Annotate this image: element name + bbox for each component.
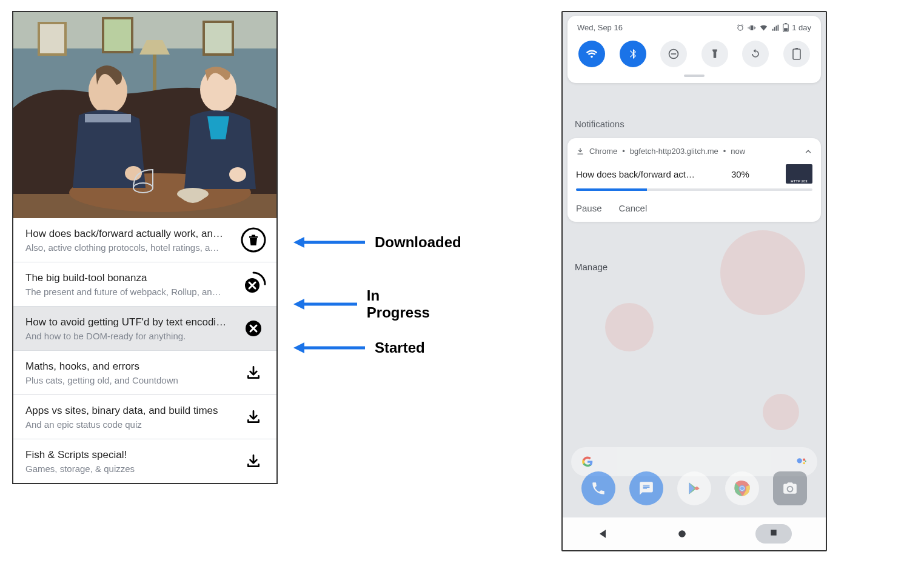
hero-image: [13, 12, 276, 218]
download-button[interactable]: [240, 404, 267, 430]
annotation-in-progress: In Progress: [293, 287, 438, 321]
chevron-up-icon[interactable]: [804, 147, 812, 156]
notification-time: now: [731, 147, 745, 156]
episode-row[interactable]: Fish & Scripts special! Games, storage, …: [13, 439, 276, 483]
episode-row[interactable]: How to avoid getting UTF'd by text encod…: [13, 306, 276, 350]
bluetooth-toggle[interactable]: [620, 41, 646, 67]
svg-rect-43: [749, 26, 750, 29]
flashlight-toggle[interactable]: [701, 41, 728, 67]
phone-app-icon[interactable]: [581, 471, 615, 505]
battery-icon: [783, 23, 789, 32]
svg-point-29: [720, 230, 805, 315]
nav-recent-button[interactable]: [755, 524, 792, 544]
nav-back-icon[interactable]: [597, 528, 609, 540]
wifi-icon: [585, 47, 598, 61]
svg-rect-18: [249, 236, 258, 238]
notification-percent: 30%: [731, 169, 749, 179]
svg-marker-23: [293, 237, 304, 248]
alarm-icon: [736, 24, 745, 32]
svg-point-30: [763, 394, 799, 430]
svg-rect-49: [784, 28, 788, 31]
svg-rect-5: [204, 22, 233, 55]
wifi-toggle[interactable]: [578, 41, 605, 67]
messages-app-icon[interactable]: [629, 471, 663, 505]
app-dock: [563, 464, 826, 513]
dot-separator: •: [723, 147, 726, 156]
episode-subtitle: And how to be DOM-ready for anything.: [25, 331, 233, 341]
dnd-toggle[interactable]: [660, 41, 687, 67]
notification-source: bgfetch-http203.glitch.me: [630, 147, 718, 156]
vibrate-icon: [748, 24, 756, 32]
manage-notifications-button[interactable]: Manage: [575, 262, 608, 272]
rotate-icon: [749, 48, 762, 60]
episode-row[interactable]: Maths, hooks, and errors Plus cats, gett…: [13, 350, 276, 394]
cancel-download-button[interactable]: [240, 315, 267, 342]
flashlight-icon: [709, 48, 720, 59]
svg-point-32: [803, 459, 805, 461]
cancel-button[interactable]: Cancel: [619, 203, 648, 213]
episode-row[interactable]: The big build-tool bonanza The present a…: [13, 262, 276, 306]
svg-rect-44: [754, 26, 755, 29]
episode-text: Maths, hooks, and errors Plus cats, gett…: [25, 361, 233, 385]
notification-thumbnail: HTTP 203: [786, 164, 812, 184]
svg-rect-42: [751, 25, 754, 30]
phone-background: [563, 12, 826, 550]
nav-recent-icon: [769, 528, 778, 537]
trash-circle-icon: [241, 227, 266, 253]
episode-subtitle: Plus cats, getting old, and Countdown: [25, 375, 233, 385]
delete-download-button[interactable]: [240, 227, 267, 253]
download-icon: [246, 365, 261, 381]
bluetooth-icon: [627, 48, 639, 60]
status-icons: 1 day: [736, 23, 811, 32]
svg-rect-46: [755, 27, 756, 28]
episode-row[interactable]: Apps vs sites, binary data, and build ti…: [13, 394, 276, 439]
dnd-icon: [668, 48, 680, 60]
quick-settings-panel: Wed, Sep 16 1 day: [567, 16, 821, 83]
episode-text: How does back/forward actually work, an……: [25, 228, 233, 253]
episode-subtitle: And an epic status code quiz: [25, 419, 233, 430]
phone-mockup: Wed, Sep 16 1 day: [561, 11, 827, 551]
svg-rect-3: [39, 23, 65, 55]
episode-title: How does back/forward actually work, an…: [25, 228, 233, 240]
notification-app: Chrome: [589, 147, 617, 156]
arrow-left-icon: [293, 297, 357, 311]
download-icon: [576, 147, 584, 156]
svg-point-15: [229, 167, 246, 182]
download-button[interactable]: [240, 448, 267, 474]
svg-rect-53: [793, 49, 800, 59]
chrome-app-icon[interactable]: [725, 471, 759, 505]
svg-rect-19: [252, 235, 255, 237]
svg-point-31: [797, 458, 802, 463]
episode-title: The big build-tool bonanza: [25, 272, 233, 284]
arrow-left-icon: [293, 341, 365, 355]
nav-home-icon[interactable]: [676, 528, 688, 540]
episode-row[interactable]: How does back/forward actually work, an……: [13, 218, 276, 262]
shade-handle[interactable]: [684, 75, 705, 77]
svg-point-50: [591, 56, 593, 58]
episode-subtitle: Also, active clothing protocols, hotel r…: [25, 242, 233, 253]
pause-button[interactable]: Pause: [576, 203, 602, 213]
download-button[interactable]: [240, 359, 267, 386]
battery-label: 1 day: [792, 23, 811, 32]
svg-rect-52: [671, 53, 676, 55]
svg-point-40: [678, 530, 686, 537]
episode-title: Apps vs sites, binary data, and build ti…: [25, 405, 233, 417]
episode-text: Apps vs sites, binary data, and build ti…: [25, 405, 233, 430]
episode-list-panel: How does back/forward actually work, an……: [12, 11, 278, 484]
episode-title: Maths, hooks, and errors: [25, 361, 233, 373]
svg-marker-14: [207, 116, 229, 139]
svg-point-13: [200, 68, 236, 111]
episode-text: Fish & Scripts special! Games, storage, …: [25, 449, 233, 474]
notification-card[interactable]: Chrome • bgfetch-http203.glitch.me • now…: [567, 138, 821, 222]
camera-app-icon[interactable]: [773, 471, 807, 505]
notification-title: How does back/forward act…: [576, 169, 695, 179]
svg-point-38: [740, 487, 744, 490]
svg-point-28: [605, 303, 654, 351]
progress-cancel-icon: [241, 271, 266, 297]
play-store-app-icon[interactable]: [677, 471, 711, 505]
svg-marker-27: [293, 342, 304, 353]
svg-point-34: [805, 461, 806, 462]
rotate-toggle[interactable]: [742, 41, 769, 67]
cancel-download-button[interactable]: [240, 271, 267, 298]
battery-saver-toggle[interactable]: [783, 41, 810, 67]
